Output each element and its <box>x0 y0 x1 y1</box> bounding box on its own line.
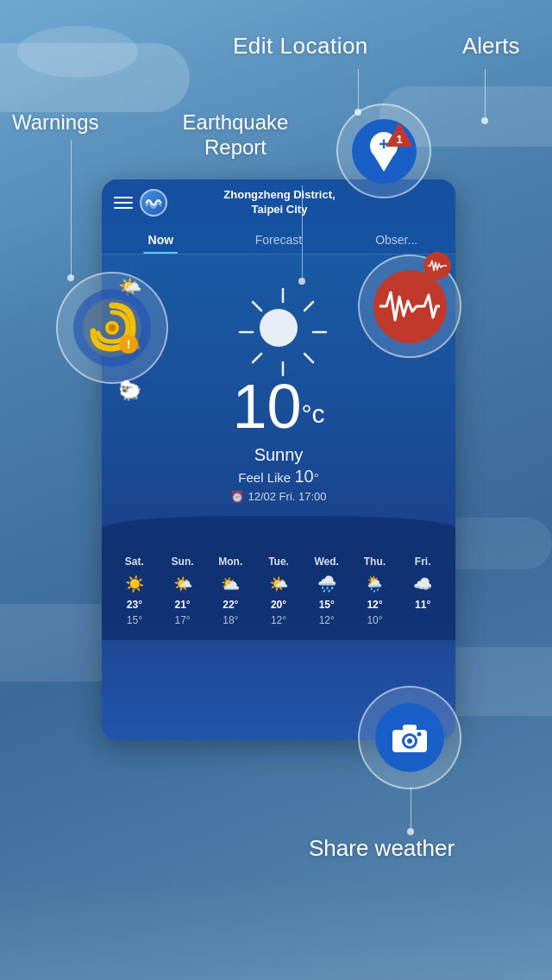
earthquake-vline <box>302 185 303 280</box>
svg-point-7 <box>109 324 116 331</box>
svg-rect-22 <box>403 725 417 731</box>
forecast-low-0: 15° <box>110 614 159 626</box>
forecast-day-5: Thu. <box>351 556 399 568</box>
svg-point-23 <box>417 732 422 737</box>
temperature-display: 10°c <box>232 371 324 442</box>
forecast-low-4: 12° <box>303 614 351 626</box>
forecast-day-3: Tue. <box>254 556 303 568</box>
mini-wave-icon <box>428 259 447 273</box>
typhoon-icon: ! <box>81 297 143 359</box>
alerts-line <box>485 69 486 121</box>
svg-point-21 <box>407 738 412 744</box>
feels-like: Feel Like 10° <box>238 467 318 487</box>
app-logo <box>140 189 167 217</box>
header-left <box>114 189 167 217</box>
forecast-high-0: 23° <box>110 599 159 611</box>
earthquake-label: Earthquake Report <box>166 110 304 160</box>
alerts-label: Alerts <box>462 33 519 60</box>
forecast-icon-2: ⛅ <box>206 575 254 594</box>
edit-location-line <box>358 69 359 112</box>
forecast-icon-6: ☁️ <box>398 575 447 594</box>
hurricane-icon: ! <box>73 289 151 367</box>
forecast-highs-row: 23° 21° 22° 20° 15° 12° 11° <box>110 599 447 611</box>
forecast-icon-0: ☀️ <box>110 575 159 594</box>
datetime-display: ⏰12/02 Fri. 17:00 <box>230 490 326 503</box>
forecast-low-5: 10° <box>351 614 399 626</box>
share-dot <box>407 828 414 835</box>
camera-icon <box>391 721 429 754</box>
warnings-circle[interactable]: ! <box>56 272 168 384</box>
weather-condition: Sunny <box>254 445 304 465</box>
seismic-wave-circle <box>373 270 447 343</box>
earthquake-dot <box>298 278 305 285</box>
earthquake-circle[interactable] <box>358 254 461 358</box>
warnings-vline <box>71 140 72 278</box>
forecast-low-6 <box>398 614 447 626</box>
forecast-day-6: Fri. <box>398 556 447 568</box>
tab-forecast[interactable]: Forecast <box>220 226 338 254</box>
share-vline <box>411 787 411 832</box>
forecast-high-6: 11° <box>398 599 447 611</box>
seismic-wave-icon <box>380 288 440 324</box>
menu-button[interactable] <box>114 197 133 209</box>
svg-text:1: 1 <box>396 133 402 146</box>
forecast-day-4: Wed. <box>303 556 351 568</box>
mini-seismic-badge <box>423 252 451 280</box>
forecast-low-1: 17° <box>159 614 207 626</box>
share-weather-circle[interactable] <box>358 686 461 789</box>
section-divider <box>102 516 455 542</box>
svg-text:!: ! <box>127 337 131 351</box>
warnings-label: Warnings <box>12 110 98 135</box>
alerts-dot <box>481 117 488 124</box>
forecast-high-2: 22° <box>206 599 254 611</box>
edit-location-circle[interactable]: + 1 <box>336 104 431 198</box>
forecast-icon-5: 🌦️ <box>351 575 399 594</box>
forecast-low-3: 12° <box>254 614 303 626</box>
app-tabs: Now Forecast Obser... <box>102 226 455 254</box>
warnings-dot <box>67 274 74 281</box>
edit-location-label: Edit Location <box>233 33 368 60</box>
forecast-icon-3: 🌤️ <box>254 575 303 594</box>
forecast-icon-4: 🌧️ <box>303 575 351 594</box>
sun-core <box>260 309 298 347</box>
forecast-high-1: 21° <box>159 599 207 611</box>
tab-observations[interactable]: Obser... <box>337 226 455 254</box>
forecast-low-2: 18° <box>206 614 254 626</box>
background-reflection <box>0 876 552 980</box>
forecast-lows-row: 15° 17° 18° 12° 12° 10° <box>110 614 447 626</box>
forecast-day-2: Mon. <box>206 556 254 568</box>
sun-icon <box>235 285 322 371</box>
edit-location-inner: + 1 <box>352 119 417 184</box>
svg-line-15 <box>304 302 313 311</box>
tab-now[interactable]: Now <box>102 226 220 254</box>
svg-marker-1 <box>373 154 394 172</box>
forecast-high-4: 15° <box>303 599 351 611</box>
forecast-high-3: 20° <box>254 599 303 611</box>
location-display: Zhongzheng District, Taipei City <box>223 188 335 217</box>
forecast-day-0: Sat. <box>110 556 159 568</box>
share-weather-label: Share weather <box>309 835 455 862</box>
forecast-icon-1: 🌤️ <box>159 575 207 594</box>
camera-button[interactable] <box>375 703 444 772</box>
svg-line-16 <box>253 354 261 362</box>
forecast-section: Sat. Sun. Mon. Tue. Wed. Thu. Fri. ☀️ 🌤️… <box>102 542 455 640</box>
forecast-icons-row: ☀️ 🌤️ ⛅ 🌤️ 🌧️ 🌦️ ☁️ <box>110 575 447 594</box>
wave-logo-icon <box>144 193 163 212</box>
forecast-high-5: 12° <box>351 599 399 611</box>
forecast-days-row: Sat. Sun. Mon. Tue. Wed. Thu. Fri. <box>110 556 447 568</box>
alert-badge: 1 <box>384 121 415 152</box>
svg-line-17 <box>304 354 313 362</box>
svg-line-14 <box>253 302 261 311</box>
forecast-day-1: Sun. <box>159 556 207 568</box>
